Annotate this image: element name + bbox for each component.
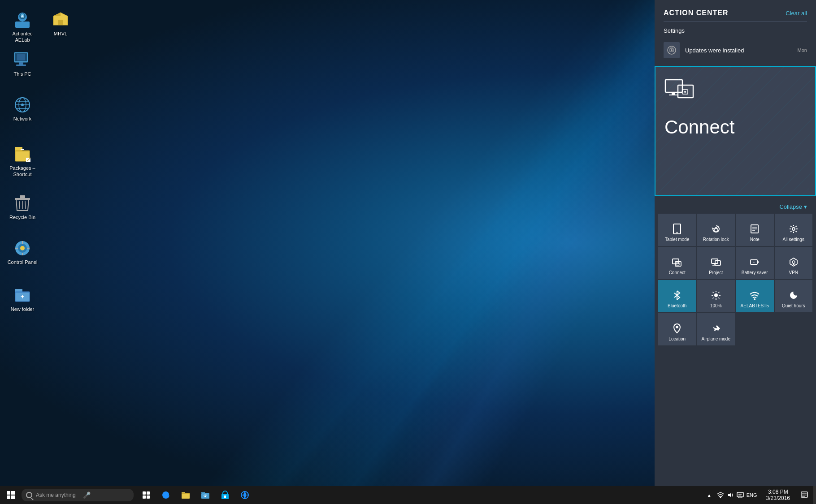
time-display: 3:08 PM	[768, 489, 788, 495]
connect-text: Connect	[655, 112, 815, 142]
svg-line-72	[718, 297, 719, 298]
search-placeholder-text: Ask me anything	[36, 492, 76, 498]
note-label: Note	[750, 237, 760, 242]
airplane-icon	[711, 322, 721, 335]
taskbar-app-icons	[137, 486, 254, 504]
controlpanel-icon	[13, 239, 31, 257]
recycle-label: Recycle Bin	[9, 214, 35, 220]
notification-updates[interactable]: Updates were installed Mon	[655, 38, 816, 63]
desktop-icon-thispc[interactable]: This PC	[4, 49, 40, 79]
tile-location[interactable]: Location	[658, 313, 696, 345]
svg-point-27	[20, 246, 25, 250]
notification-system-icon[interactable]	[737, 491, 744, 499]
show-desktop-button[interactable]	[813, 486, 816, 504]
action-center-header: ACTION CENTER Clear all	[655, 0, 816, 22]
action-center-title: ACTION CENTER	[664, 9, 729, 17]
store-button[interactable]	[216, 486, 234, 504]
desktop-icon-controlpanel[interactable]: Control Panel	[4, 237, 40, 267]
svg-point-52	[792, 228, 795, 230]
collapse-button[interactable]: Collapse ▾	[655, 200, 816, 214]
tile-wifi[interactable]: AELABTEST5	[736, 280, 774, 312]
tile-airplane[interactable]: Airplane mode	[697, 313, 735, 345]
svg-point-43	[684, 91, 686, 93]
svg-rect-29	[22, 253, 23, 255]
action-center-button[interactable]	[795, 486, 813, 504]
svg-rect-9	[16, 65, 26, 66]
vpn-icon	[789, 256, 799, 268]
svg-rect-28	[22, 241, 23, 244]
svg-rect-39	[669, 95, 678, 95]
vpn-label: VPN	[789, 270, 798, 276]
network-share-button[interactable]	[196, 486, 214, 504]
tile-tablet-mode[interactable]: Tablet mode	[658, 214, 696, 246]
notification-icon	[664, 42, 680, 58]
explorer-button[interactable]	[177, 486, 195, 504]
packages-label: Packages – Shortcut	[6, 165, 39, 178]
system-tray: ▲	[705, 486, 816, 504]
svg-text:A: A	[21, 14, 24, 18]
newfolder-icon: +	[13, 286, 31, 304]
notification-time: Mon	[798, 47, 807, 53]
packages-icon: ↗	[13, 145, 31, 163]
tile-quiet-hours[interactable]: Quiet hours	[775, 280, 813, 312]
tile-note[interactable]: Note	[736, 214, 774, 246]
rotation-lock-label: Rotation lock	[703, 237, 729, 242]
notification-text: Updates were installed	[685, 47, 792, 54]
quiet-hours-label: Quiet hours	[782, 303, 805, 309]
svg-rect-61	[757, 261, 759, 263]
tile-brightness[interactable]: 100%	[697, 280, 735, 312]
tile-project[interactable]: Project	[697, 247, 735, 279]
windows-logo	[7, 491, 15, 499]
edge-button[interactable]	[157, 486, 175, 504]
connect-monitor-icon	[664, 76, 696, 108]
svg-rect-56	[712, 259, 718, 263]
bluetooth-icon	[673, 289, 681, 302]
connect-icon-area	[655, 67, 815, 112]
svg-rect-1	[15, 22, 30, 28]
taskbar-clock[interactable]: 3:08 PM 3/23/2016	[761, 486, 795, 504]
tile-battery-saver[interactable]: + Battery saver	[736, 247, 774, 279]
controlpanel-label: Control Panel	[8, 259, 38, 265]
location-icon	[673, 322, 681, 335]
connect-icon	[672, 256, 682, 268]
desktop-icon-recycle[interactable]: Recycle Bin	[4, 193, 40, 222]
connect-tile-label: Connect	[669, 270, 686, 276]
recycle-icon	[13, 194, 31, 212]
task-view-button[interactable]	[137, 486, 155, 504]
svg-rect-38	[672, 92, 675, 95]
clear-all-button[interactable]: Clear all	[786, 10, 807, 17]
tile-bluetooth[interactable]: Bluetooth	[658, 280, 696, 312]
desktop-icon-actiontec[interactable]: A Actiontec AELab	[4, 9, 40, 45]
show-hidden-icons-button[interactable]: ▲	[705, 493, 713, 498]
svg-rect-78	[147, 491, 150, 495]
volume-system-icon[interactable]	[727, 491, 734, 499]
tile-all-settings[interactable]: All settings	[775, 214, 813, 246]
tablet-mode-label: Tablet mode	[665, 237, 689, 242]
svg-line-74	[712, 297, 713, 298]
mrvl-icon	[52, 11, 69, 29]
collapse-chevron: ▾	[804, 203, 807, 210]
svg-rect-21	[20, 195, 25, 198]
search-box[interactable]: Ask me anything 🎤	[22, 489, 134, 501]
language-indicator[interactable]: ENG	[747, 492, 757, 498]
tile-vpn[interactable]: VPN	[775, 247, 813, 279]
svg-point-35	[671, 49, 673, 51]
quiet-hours-icon	[789, 289, 799, 302]
connect-large-tile[interactable]: Connect	[655, 66, 816, 196]
desktop-icon-network[interactable]: Network	[4, 94, 40, 124]
wifi-system-icon[interactable]	[717, 492, 724, 498]
browser2-button[interactable]	[236, 486, 254, 504]
svg-point-75	[754, 298, 755, 300]
desktop-icon-mrvl[interactable]: MRVL	[43, 9, 78, 39]
svg-point-66	[714, 293, 718, 297]
svg-rect-77	[143, 491, 146, 495]
wifi-label: AELABTEST5	[741, 303, 769, 309]
desktop-icon-packages[interactable]: ↗ Packages – Shortcut	[4, 143, 40, 180]
desktop-icon-newfolder[interactable]: + New folder	[4, 284, 40, 314]
tile-connect[interactable]: Connect	[658, 247, 696, 279]
bluetooth-label: Bluetooth	[668, 303, 686, 309]
network-icon	[13, 96, 31, 114]
start-button[interactable]	[0, 486, 22, 504]
tablet-mode-icon	[673, 223, 681, 235]
tile-rotation-lock[interactable]: Rotation lock	[697, 214, 735, 246]
